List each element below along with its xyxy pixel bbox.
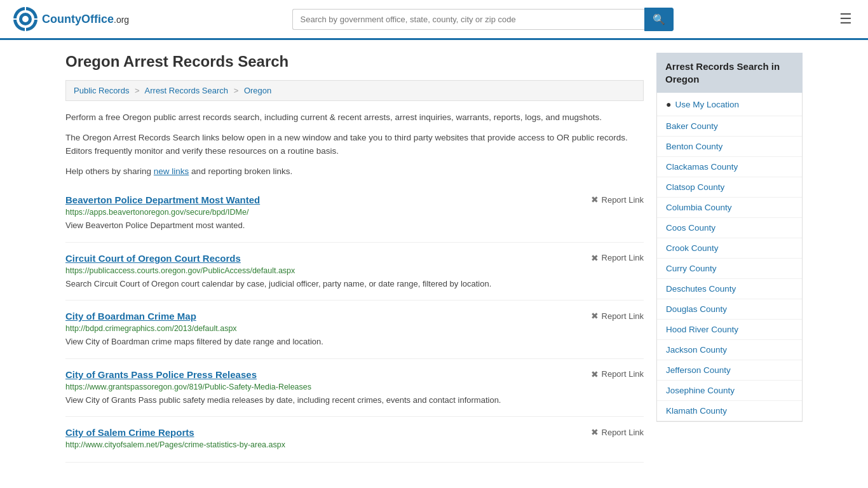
location-dot-icon: ● (666, 99, 671, 109)
breadcrumb-public-records[interactable]: Public Records (74, 86, 129, 95)
report-link-btn[interactable]: ✖ Report Link (591, 369, 644, 379)
sidebar: Arrest Records Search in Oregon ● Use My… (656, 53, 803, 463)
search-button[interactable]: 🔍 (644, 8, 674, 31)
record-url[interactable]: https://apps.beavertonoregon.gov/secure/… (65, 208, 644, 217)
record-url[interactable]: https://publicaccess.courts.oregon.gov/P… (65, 266, 644, 275)
sidebar-county-link[interactable]: Hood River County (657, 320, 802, 340)
logo[interactable]: CountyOffice.org (13, 6, 129, 32)
record-url[interactable]: http://www.cityofsalem.net/Pages/crime-s… (65, 440, 644, 449)
breadcrumb: Public Records > Arrest Records Search >… (65, 80, 644, 101)
use-my-location[interactable]: ● Use My Location (657, 93, 802, 116)
record-header: City of Grants Pass Police Press Release… (65, 369, 644, 380)
page-title: Oregon Arrest Records Search (65, 53, 644, 71)
sidebar-county-link[interactable]: Crook County (657, 238, 802, 259)
report-icon: ✖ (591, 194, 599, 205)
county-links: Baker CountyBenton CountyClackamas Count… (657, 116, 802, 421)
new-links-link[interactable]: new links (154, 166, 189, 176)
report-link-btn[interactable]: ✖ Report Link (591, 427, 644, 437)
sidebar-county-link[interactable]: Clatsop County (657, 177, 802, 198)
record-title[interactable]: City of Boardman Crime Map (65, 311, 196, 322)
report-link-btn[interactable]: ✖ Report Link (591, 253, 644, 263)
main-container: Oregon Arrest Records Search Public Reco… (53, 40, 815, 475)
description-1: Perform a free Oregon public arrest reco… (65, 111, 644, 125)
sidebar-county-link[interactable]: Jackson County (657, 340, 802, 360)
record-entry: Circuit Court of Oregon Court Records ✖ … (65, 243, 644, 301)
sidebar-county-link[interactable]: Clackamas County (657, 157, 802, 177)
content-area: Oregon Arrest Records Search Public Reco… (65, 53, 644, 463)
breadcrumb-oregon[interactable]: Oregon (244, 86, 271, 95)
search-input[interactable] (292, 9, 644, 30)
record-title[interactable]: Beaverton Police Department Most Wanted (65, 194, 260, 205)
logo-icon (13, 6, 38, 32)
record-desc: Search Circuit Court of Oregon court cal… (65, 278, 644, 290)
sidebar-county-link[interactable]: Josephine County (657, 381, 802, 401)
record-entry: City of Grants Pass Police Press Release… (65, 359, 644, 417)
report-icon: ✖ (591, 369, 599, 379)
record-url[interactable]: https://www.grantspassoregon.gov/819/Pub… (65, 383, 644, 391)
record-title[interactable]: City of Salem Crime Reports (65, 427, 194, 438)
record-entry: City of Boardman Crime Map ✖ Report Link… (65, 301, 644, 359)
report-icon: ✖ (591, 311, 599, 321)
record-desc: View City of Grants Pass public safety m… (65, 394, 644, 407)
report-link-btn[interactable]: ✖ Report Link (591, 311, 644, 321)
sidebar-county-link[interactable]: Douglas County (657, 299, 802, 320)
sidebar-content: ● Use My Location Baker CountyBenton Cou… (656, 93, 803, 422)
breadcrumb-separator-2: > (234, 86, 239, 95)
record-header: City of Boardman Crime Map ✖ Report Link (65, 311, 644, 322)
breadcrumb-separator-1: > (135, 86, 140, 95)
sidebar-county-link[interactable]: Curry County (657, 259, 802, 279)
description-3-prefix: Help others by sharing (65, 166, 154, 176)
records-list: Beaverton Police Department Most Wanted … (65, 184, 644, 463)
description-2: The Oregon Arrest Records Search links b… (65, 131, 644, 158)
sidebar-county-link[interactable]: Columbia County (657, 198, 802, 218)
record-header: Beaverton Police Department Most Wanted … (65, 194, 644, 205)
record-title[interactable]: City of Grants Pass Police Press Release… (65, 369, 257, 380)
description-3: Help others by sharing new links and rep… (65, 165, 644, 179)
report-icon: ✖ (591, 427, 599, 437)
record-desc: View City of Boardman crime maps filtere… (65, 336, 644, 348)
report-icon: ✖ (591, 253, 599, 263)
sidebar-county-link[interactable]: Deschutes County (657, 279, 802, 299)
record-url[interactable]: http://bdpd.crimegraphics.com/2013/defau… (65, 324, 644, 333)
record-entry: City of Salem Crime Reports ✖ Report Lin… (65, 417, 644, 463)
description-3-suffix: and reporting broken links. (189, 166, 292, 176)
record-header: City of Salem Crime Reports ✖ Report Lin… (65, 427, 644, 438)
logo-text: CountyOffice.org (42, 13, 129, 26)
record-desc: View Beaverton Police Department most wa… (65, 219, 644, 232)
svg-point-3 (22, 16, 29, 22)
report-link-btn[interactable]: ✖ Report Link (591, 194, 644, 205)
record-entry: Beaverton Police Department Most Wanted … (65, 184, 644, 243)
record-header: Circuit Court of Oregon Court Records ✖ … (65, 253, 644, 264)
sidebar-county-link[interactable]: Baker County (657, 116, 802, 137)
sidebar-county-link[interactable]: Benton County (657, 137, 802, 157)
breadcrumb-arrest-records[interactable]: Arrest Records Search (145, 86, 229, 95)
use-location-label: Use My Location (675, 100, 739, 109)
sidebar-county-link[interactable]: Jefferson County (657, 360, 802, 381)
menu-icon[interactable]: ☰ (836, 8, 855, 30)
search-bar: 🔍 (292, 8, 674, 31)
sidebar-header: Arrest Records Search in Oregon (656, 53, 803, 93)
sidebar-county-link[interactable]: Coos County (657, 218, 802, 238)
record-title[interactable]: Circuit Court of Oregon Court Records (65, 253, 241, 264)
sidebar-county-link[interactable]: Klamath County (657, 401, 802, 421)
site-header: CountyOffice.org 🔍 ☰ (0, 0, 868, 40)
